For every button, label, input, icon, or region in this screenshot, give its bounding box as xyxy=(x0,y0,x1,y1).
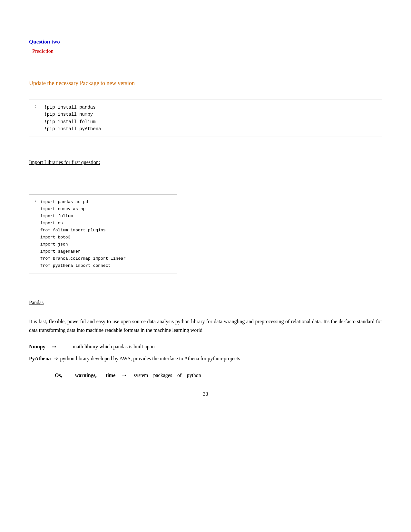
os-rest: system packages of python xyxy=(134,372,201,378)
os-arrow: ⇒ xyxy=(122,372,126,378)
pandas-heading: Pandas xyxy=(29,300,382,305)
numpy-rest: math library which pandas is built upon xyxy=(73,344,155,349)
pyathena-rest: python library developed by AWS; provide… xyxy=(60,356,240,361)
pyathena-arrow: ⇒ xyxy=(54,356,58,361)
pip-line-2: !pip install numpy xyxy=(44,111,101,118)
numpy-bold: Numpy xyxy=(29,344,45,349)
import-line-9: from branca.colormap import linear xyxy=(40,255,126,262)
os-bold: Os, xyxy=(55,372,75,378)
import-line-1: import pandas as pd xyxy=(40,198,126,206)
pip-install-code-block: : !pip install pandas !pip install numpy… xyxy=(29,100,382,137)
import-line-2: import numpy as np xyxy=(40,206,126,213)
imports-line-indicator: : xyxy=(34,198,37,203)
time-bold: time xyxy=(106,372,115,378)
import-line-5: from folium import plugins xyxy=(40,227,126,234)
warnings-bold: warnings, xyxy=(75,372,106,378)
pip-line-4: !pip install pyAthena xyxy=(44,125,101,132)
page-number: 33 xyxy=(29,391,382,397)
import-line-8: import sagemaker xyxy=(40,248,126,255)
import-line-3: import folium xyxy=(40,213,126,220)
update-heading: Update the necessary Package to new vers… xyxy=(29,80,382,87)
question-two-heading: Question two xyxy=(29,39,382,45)
pip-code-content: !pip install pandas !pip install numpy !… xyxy=(44,104,101,133)
numpy-arrow: ⇒ xyxy=(52,344,56,349)
prediction-label: Prediction xyxy=(32,48,382,54)
import-line-7: import json xyxy=(40,241,126,248)
pip-line-1: !pip install pandas xyxy=(44,104,101,111)
imports-code-block: : import pandas as pd import numpy as np… xyxy=(29,194,177,274)
imports-code-content: import pandas as pd import numpy as np i… xyxy=(40,198,126,270)
import-line-4: import cs xyxy=(40,220,126,227)
import-libraries-heading: Import Libraries for first question: xyxy=(29,160,382,165)
pyathena-bold: PyAthena xyxy=(29,356,51,361)
pandas-paragraph: It is fast, flexible, powerful and easy … xyxy=(29,317,382,334)
pyathena-line: PyAthena ⇒ python library developed by A… xyxy=(29,354,382,363)
line-indicator: : xyxy=(34,104,41,109)
import-line-6: import boto3 xyxy=(40,234,126,241)
os-line: Os, warnings, time ⇒ system packages of … xyxy=(29,372,382,378)
numpy-line: Numpy ⇒ math library which pandas is bui… xyxy=(29,342,382,352)
import-line-10: from pyathena import connect xyxy=(40,262,126,269)
pip-line-3: !pip install folium xyxy=(44,118,101,125)
